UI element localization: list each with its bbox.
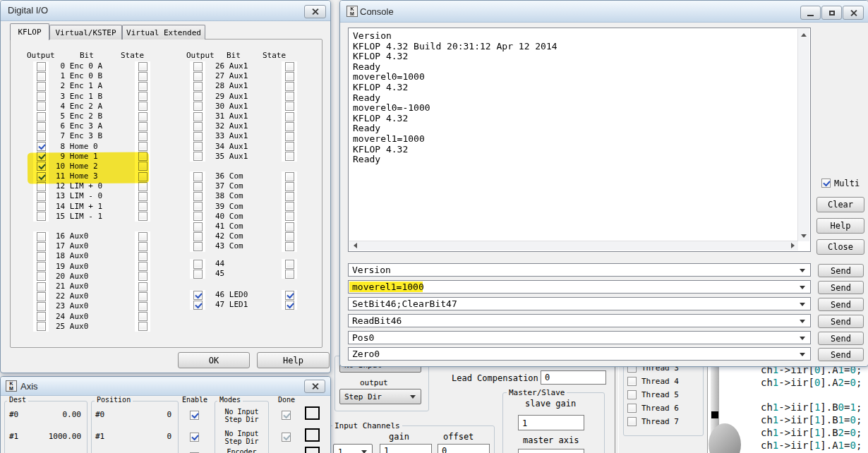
output-checkbox[interactable] <box>193 72 203 81</box>
output-checkbox[interactable] <box>193 152 203 161</box>
state-checkbox[interactable] <box>138 62 147 71</box>
console-titlebar[interactable]: KM Console <box>340 1 868 23</box>
thread-checkbox[interactable] <box>627 390 637 399</box>
output-checkbox[interactable] <box>37 112 46 121</box>
output-checkbox[interactable] <box>37 202 46 211</box>
state-checkbox[interactable] <box>138 272 147 281</box>
send-button[interactable]: Send <box>818 264 864 277</box>
channel-gain-field[interactable]: 1 <box>380 444 432 453</box>
output-checkbox[interactable] <box>37 232 46 241</box>
state-checkbox[interactable] <box>285 202 294 211</box>
output-checkbox[interactable] <box>37 242 46 251</box>
state-checkbox[interactable] <box>285 192 294 201</box>
output-checkbox[interactable] <box>37 162 46 171</box>
output-checkbox[interactable] <box>37 152 46 161</box>
output-checkbox[interactable] <box>193 132 203 141</box>
axis-titlebar[interactable]: KM Axis <box>1 377 330 396</box>
state-checkbox[interactable] <box>285 212 294 221</box>
close-button-action[interactable]: Close <box>816 239 864 255</box>
state-checkbox[interactable] <box>285 270 294 279</box>
state-checkbox[interactable] <box>285 172 294 181</box>
state-checkbox[interactable] <box>285 222 294 231</box>
output-mode-dropdown[interactable]: Step Dir <box>339 389 421 404</box>
state-checkbox[interactable] <box>138 152 147 161</box>
state-checkbox[interactable] <box>285 62 294 71</box>
state-checkbox[interactable] <box>138 162 147 171</box>
state-checkbox[interactable] <box>138 252 147 261</box>
state-checkbox[interactable] <box>138 212 147 221</box>
state-checkbox[interactable] <box>285 122 294 131</box>
send-button[interactable]: Send <box>818 281 864 294</box>
command-combobox[interactable]: Zero0 <box>348 347 811 361</box>
output-checkbox[interactable] <box>193 102 203 111</box>
state-checkbox[interactable] <box>138 102 147 111</box>
output-checkbox[interactable] <box>37 192 46 201</box>
state-checkbox[interactable] <box>138 302 147 311</box>
output-checkbox[interactable] <box>193 82 203 91</box>
output-checkbox[interactable] <box>37 252 46 261</box>
output-checkbox[interactable] <box>37 282 46 291</box>
state-checkbox[interactable] <box>138 72 147 81</box>
tab-virtual-kstep[interactable]: Virtual/KSTEP <box>49 25 122 40</box>
minimize-button[interactable] <box>800 6 821 20</box>
state-checkbox[interactable] <box>285 291 294 300</box>
output-checkbox[interactable] <box>193 232 203 241</box>
output-checkbox[interactable] <box>193 182 203 191</box>
state-checkbox[interactable] <box>138 292 147 301</box>
close-button[interactable] <box>304 5 326 18</box>
state-checkbox[interactable] <box>285 92 294 101</box>
state-checkbox[interactable] <box>285 142 294 151</box>
state-checkbox[interactable] <box>138 142 147 151</box>
horizontal-scrollbar[interactable] <box>349 241 798 250</box>
state-checkbox[interactable] <box>285 82 294 91</box>
help-button[interactable]: Help <box>257 352 330 368</box>
output-checkbox[interactable] <box>193 242 203 251</box>
tab-virtual-extended[interactable]: Virtual Extended <box>122 25 205 40</box>
output-checkbox[interactable] <box>37 62 46 71</box>
state-checkbox[interactable] <box>138 232 147 241</box>
output-checkbox[interactable] <box>193 212 203 221</box>
maximize-button[interactable] <box>821 6 842 20</box>
state-checkbox[interactable] <box>138 312 147 321</box>
close-button[interactable] <box>843 6 864 20</box>
command-combobox[interactable]: Version <box>348 263 811 277</box>
tab-kflop[interactable]: KFLOP <box>10 23 49 40</box>
state-checkbox[interactable] <box>285 260 294 269</box>
send-button[interactable]: Send <box>818 298 864 311</box>
output-checkbox[interactable] <box>193 122 203 131</box>
state-checkbox[interactable] <box>138 322 147 331</box>
state-checkbox[interactable] <box>138 82 147 91</box>
state-checkbox[interactable] <box>138 262 147 271</box>
output-checkbox[interactable] <box>37 272 46 281</box>
state-checkbox[interactable] <box>285 242 294 251</box>
output-checkbox[interactable] <box>193 62 203 71</box>
state-checkbox[interactable] <box>138 132 147 141</box>
state-checkbox[interactable] <box>138 122 147 131</box>
state-checkbox[interactable] <box>138 282 147 291</box>
state-checkbox[interactable] <box>138 92 147 101</box>
output-checkbox[interactable] <box>193 260 203 269</box>
multi-checkbox[interactable] <box>821 179 831 188</box>
output-checkbox[interactable] <box>37 312 46 321</box>
output-checkbox[interactable] <box>193 92 203 101</box>
state-checkbox[interactable] <box>138 242 147 251</box>
output-checkbox[interactable] <box>37 182 46 191</box>
state-checkbox[interactable] <box>285 72 294 81</box>
state-checkbox[interactable] <box>285 232 294 241</box>
output-checkbox[interactable] <box>37 302 46 311</box>
output-checkbox[interactable] <box>193 202 203 211</box>
state-checkbox[interactable] <box>138 112 147 121</box>
enable-checkbox[interactable] <box>190 411 199 420</box>
output-checkbox[interactable] <box>37 102 46 111</box>
output-checkbox[interactable] <box>37 262 46 271</box>
state-checkbox[interactable] <box>138 192 147 201</box>
output-checkbox[interactable] <box>37 172 46 181</box>
state-checkbox[interactable] <box>138 172 147 181</box>
send-button[interactable]: Send <box>818 348 864 361</box>
command-combobox[interactable]: Pos0 <box>348 331 811 344</box>
send-button[interactable]: Send <box>818 315 864 328</box>
output-checkbox[interactable] <box>37 82 46 91</box>
output-checkbox[interactable] <box>193 222 203 231</box>
slave-gain-field[interactable]: 1 <box>518 415 584 430</box>
state-checkbox[interactable] <box>285 132 294 141</box>
